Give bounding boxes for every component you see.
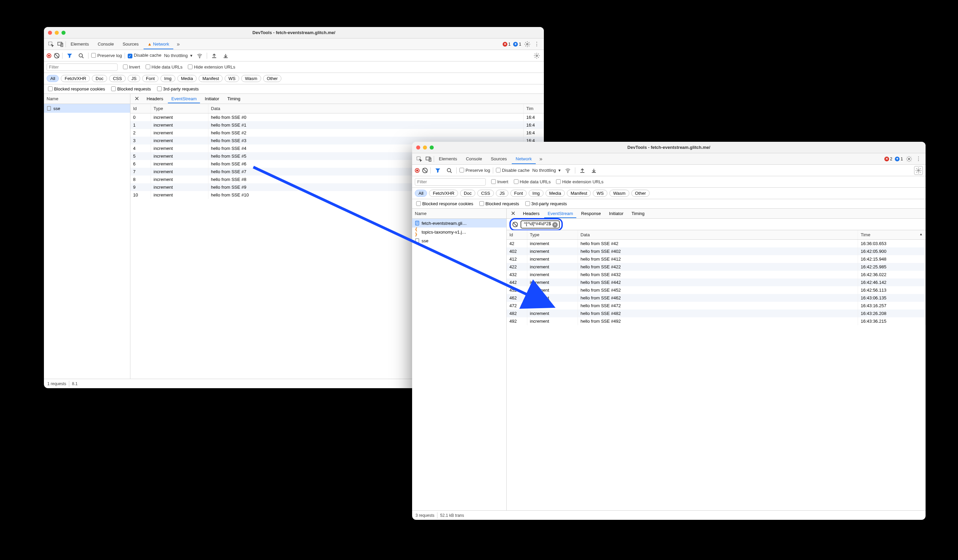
type-filter-css[interactable]: CSS — [477, 190, 494, 197]
detail-tab-initiator[interactable]: Initiator — [201, 94, 223, 103]
third-party-checkbox[interactable]: 3rd-party requests — [525, 201, 567, 206]
detail-tab-timing[interactable]: Timing — [628, 209, 648, 218]
blocked-requests-checkbox[interactable]: Blocked requests — [111, 86, 151, 92]
tab-sources[interactable]: Sources — [119, 39, 143, 49]
inspect-icon[interactable] — [415, 155, 423, 163]
upload-icon[interactable] — [210, 51, 219, 60]
request-row[interactable]: fetch-eventstream.gli… — [412, 219, 506, 228]
detail-tab-headers[interactable]: Headers — [520, 209, 543, 218]
info-badge[interactable]: ✦1 — [512, 42, 522, 47]
upload-icon[interactable] — [578, 166, 587, 175]
type-filter-doc[interactable]: Doc — [92, 75, 107, 82]
es-col-type[interactable]: Type — [151, 104, 208, 114]
network-settings-icon[interactable] — [914, 166, 923, 175]
record-icon[interactable] — [47, 53, 51, 58]
type-filter-doc[interactable]: Doc — [460, 190, 475, 197]
wifi-icon[interactable] — [563, 166, 572, 175]
type-filter-other[interactable]: Other — [263, 75, 282, 82]
type-filter-img[interactable]: Img — [529, 190, 544, 197]
close-detail-icon[interactable]: ✕ — [132, 95, 142, 102]
type-filter-css[interactable]: CSS — [109, 75, 126, 82]
eventstream-row[interactable]: 422incrementhello from SSE #42216:42:25.… — [507, 263, 926, 271]
name-column-header[interactable]: Name — [44, 94, 130, 104]
clear-icon[interactable] — [422, 168, 428, 173]
es-col-time[interactable]: Tim — [523, 104, 544, 114]
disable-cache-checkbox[interactable]: ✓Disable cache — [128, 53, 162, 59]
hide-data-urls-checkbox[interactable]: Hide data URLs — [146, 65, 183, 70]
es-col-id[interactable]: Id — [507, 230, 527, 240]
settings-icon[interactable] — [905, 155, 914, 163]
clear-filter-icon[interactable]: ✕ — [552, 222, 558, 228]
device-toolbar-icon[interactable] — [56, 40, 65, 49]
type-filter-ws[interactable]: WS — [593, 190, 607, 197]
es-col-time[interactable]: Time▲ — [858, 230, 926, 240]
blocked-cookies-checkbox[interactable]: Blocked response cookies — [416, 201, 473, 206]
filter-icon[interactable] — [433, 166, 442, 175]
eventstream-row[interactable]: 402incrementhello from SSE #40216:42:05.… — [507, 247, 926, 255]
eventstream-row[interactable]: 452incrementhello from SSE #45216:42:56.… — [507, 286, 926, 294]
eventstream-row[interactable]: 42incrementhello from SSE #4216:36:03.65… — [507, 240, 926, 248]
request-row[interactable]: { }topics-taxonomy-v1.j… — [412, 228, 506, 236]
name-column-header[interactable]: Name — [412, 209, 506, 219]
type-filter-media[interactable]: Media — [178, 75, 197, 82]
es-col-id[interactable]: Id — [130, 104, 151, 114]
es-col-data[interactable]: Data — [577, 230, 858, 240]
invert-checkbox[interactable]: Invert — [123, 65, 140, 70]
filter-input[interactable] — [415, 178, 486, 186]
preserve-log-checkbox[interactable]: Preserve log — [459, 168, 490, 173]
detail-tab-headers[interactable]: Headers — [143, 94, 167, 103]
type-filter-ws[interactable]: WS — [225, 75, 239, 82]
eventstream-row[interactable]: 412incrementhello from SSE #41216:42:15.… — [507, 255, 926, 263]
info-badge[interactable]: ✦1 — [894, 157, 904, 161]
disable-cache-checkbox[interactable]: Disable cache — [496, 168, 530, 173]
es-col-type[interactable]: Type — [527, 230, 577, 240]
tab-network[interactable]: ▲ Network — [144, 39, 173, 49]
third-party-checkbox[interactable]: 3rd-party requests — [157, 86, 199, 92]
error-badge[interactable]: ✕1 — [502, 42, 512, 47]
wifi-icon[interactable] — [195, 51, 204, 60]
preserve-log-checkbox[interactable]: Preserve log — [91, 53, 122, 58]
type-filter-wasm[interactable]: Wasm — [241, 75, 261, 82]
hide-extension-urls-checkbox[interactable]: Hide extension URLs — [556, 179, 603, 184]
record-icon[interactable] — [415, 168, 420, 173]
eventstream-row[interactable]: 472incrementhello from SSE #47216:43:16.… — [507, 302, 926, 310]
request-row[interactable]: sse — [412, 236, 506, 245]
type-filter-js[interactable]: JS — [128, 75, 140, 82]
device-toolbar-icon[interactable] — [424, 155, 433, 163]
search-icon[interactable] — [77, 51, 86, 60]
eventstream-row[interactable]: 432incrementhello from SSE #43216:42:36.… — [507, 271, 926, 278]
eventstream-row[interactable]: 2incrementhello from SSE #216:4 — [130, 129, 544, 137]
kebab-menu-icon[interactable]: ⋮ — [532, 40, 541, 49]
settings-icon[interactable] — [523, 40, 532, 49]
tab-console[interactable]: Console — [462, 153, 486, 164]
type-filter-wasm[interactable]: Wasm — [609, 190, 629, 197]
hide-data-urls-checkbox[interactable]: Hide data URLs — [514, 179, 551, 184]
tab-sources[interactable]: Sources — [487, 153, 511, 164]
download-icon[interactable] — [590, 166, 598, 175]
eventstream-filter-input[interactable]: ^[^\d]*#4\d*2$ ✕ — [520, 220, 560, 229]
type-filter-other[interactable]: Other — [631, 190, 650, 197]
detail-tab-initiator[interactable]: Initiator — [606, 209, 627, 218]
filter-icon[interactable] — [65, 51, 74, 60]
search-icon[interactable] — [445, 166, 454, 175]
inspect-icon[interactable] — [47, 40, 56, 49]
type-filter-font[interactable]: Font — [142, 75, 159, 82]
eventstream-row[interactable]: 462incrementhello from SSE #46216:43:06.… — [507, 294, 926, 302]
detail-tab-eventstream[interactable]: EventStream — [168, 94, 200, 103]
detail-tab-timing[interactable]: Timing — [224, 94, 244, 103]
tab-network[interactable]: Network — [512, 153, 536, 164]
throttling-select[interactable]: No throttling ▾ — [532, 168, 561, 173]
hide-extension-urls-checkbox[interactable]: Hide extension URLs — [188, 65, 235, 70]
eventstream-row[interactable]: 482incrementhello from SSE #48216:43:26.… — [507, 310, 926, 317]
tab-elements[interactable]: Elements — [435, 153, 461, 164]
detail-tab-response[interactable]: Response — [577, 209, 604, 218]
eventstream-row[interactable]: 1incrementhello from SSE #116:4 — [130, 121, 544, 129]
throttling-select[interactable]: No throttling ▾ — [164, 53, 192, 58]
blocked-cookies-checkbox[interactable]: Blocked response cookies — [48, 86, 105, 92]
es-col-data[interactable]: Data — [208, 104, 523, 114]
type-filter-fetchxhr[interactable]: Fetch/XHR — [61, 75, 90, 82]
close-detail-icon[interactable]: ✕ — [508, 210, 518, 217]
clear-icon[interactable] — [54, 53, 59, 59]
clear-eventstream-icon[interactable] — [512, 222, 518, 227]
network-settings-icon[interactable] — [532, 51, 541, 60]
